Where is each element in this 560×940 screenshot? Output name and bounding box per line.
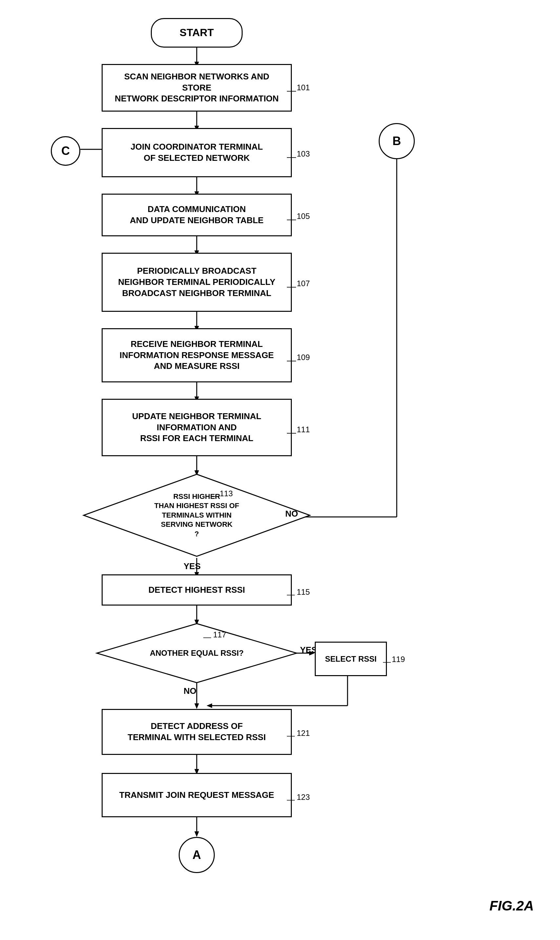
circle-c: C: [51, 136, 80, 166]
node-103: JOIN COORDINATOR TERMINAL OF SELECTED NE…: [102, 128, 292, 177]
node-115: DETECT HIGHEST RSSI: [102, 574, 292, 605]
fig-label: FIG.2A: [489, 898, 534, 914]
ref-117: 117: [213, 630, 226, 639]
ref-105: 105: [297, 212, 310, 221]
diamond-117: ANOTHER EQUAL RSSI?: [95, 622, 298, 684]
node-107: PERIODICALLY BROADCAST NEIGHBOR TERMINAL…: [102, 253, 292, 312]
label-yes-113: YES: [184, 561, 201, 571]
svg-marker-31: [194, 831, 199, 837]
start-node: START: [151, 18, 243, 48]
node-101: SCAN NEIGHBOR NETWORKS AND STORE NETWORK…: [102, 64, 292, 111]
node-109: RECEIVE NEIGHBOR TERMINAL INFORMATION RE…: [102, 328, 292, 382]
ref-101: 101: [297, 83, 310, 92]
ref-121: 121: [297, 729, 310, 738]
ref-119: 119: [392, 655, 405, 664]
node-111: UPDATE NEIGHBOR TERMINAL INFORMATION AND…: [102, 399, 292, 456]
diamond-113: RSSI HIGHERTHAN HIGHEST RSSI OFTERMINALS…: [82, 472, 311, 558]
ref-103: 103: [297, 149, 310, 159]
ref-111: 111: [297, 425, 310, 434]
diagram-container: START SCAN NEIGHBOR NETWORKS AND STORE N…: [0, 0, 560, 940]
ref-123: 123: [297, 793, 310, 802]
node-121: DETECT ADDRESS OF TERMINAL WITH SELECTED…: [102, 709, 292, 755]
node-123: TRANSMIT JOIN REQUEST MESSAGE: [102, 773, 292, 817]
ref-107: 107: [297, 279, 310, 288]
label-no-117: NO: [184, 686, 196, 696]
ref-109: 109: [297, 353, 310, 362]
svg-marker-27: [194, 703, 199, 709]
circle-a: A: [179, 837, 215, 873]
ref-115: 115: [297, 588, 310, 597]
node-105: DATA COMMUNICATION AND UPDATE NEIGHBOR T…: [102, 194, 292, 236]
label-no-113: NO: [285, 509, 298, 519]
circle-b: B: [379, 123, 415, 159]
svg-marker-25: [206, 703, 212, 708]
node-119: SELECT RSSI: [315, 642, 387, 676]
